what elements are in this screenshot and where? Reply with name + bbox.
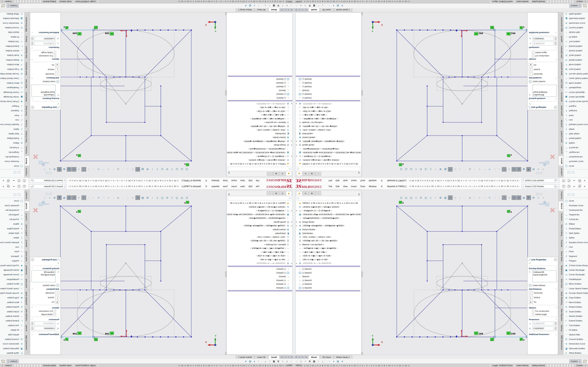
headsup-button[interactable]: ▯ [428, 195, 433, 200]
headsup-button[interactable]: ◲ [409, 195, 413, 200]
existing-relations-header[interactable]: Existing Relations ⌃ [30, 97, 61, 100]
menu-item[interactable]: View [341, 184, 349, 188]
tree-filter-field[interactable]: ▽ [297, 167, 360, 171]
parameter-field[interactable]: 0.00000000° [34, 326, 55, 330]
flyout-tool[interactable]: ◈ 3 Point Center Recta... [564, 263, 588, 267]
flyout-tool[interactable]: ⊞ Copy Entities [0, 67, 24, 71]
command-tab[interactable]: Sketch [559, 156, 563, 166]
flyout-tool[interactable]: ◖ Partial Ellipse [564, 136, 588, 141]
command-tab[interactable]: Mesh Modeling [25, 290, 29, 307]
flyout-tool[interactable]: ≋ Intersection Curve [0, 342, 24, 346]
tree-row[interactable]: ∟ ○ИΝ∘⊝∘⊛◉○∘○◉⊛∘⊝∘ΝИ○ [227, 106, 293, 109]
minimize-button[interactable] [12, 179, 16, 183]
flyout-tool[interactable]: ƒ Equation Driven Curve [0, 240, 24, 245]
existing-relations-header[interactable]: Existing Relations ⌃ [527, 97, 558, 100]
flyout-tool[interactable]: ∫ Spline [0, 235, 24, 240]
help-button[interactable]: ? [17, 179, 21, 183]
units-book-icon[interactable] [583, 4, 587, 7]
restore-button[interactable] [6, 179, 11, 183]
featuremanager-tab[interactable]: ⋔ [279, 172, 285, 176]
units-book-icon[interactable] [1, 4, 5, 7]
flyout-tool[interactable]: ◯ Circle [564, 199, 588, 203]
close-button[interactable]: × [582, 179, 587, 183]
sketch-row[interactable]: ∟ (-) Sketch5 [295, 278, 361, 282]
flyout-tool[interactable]: ∫ Spline [564, 127, 588, 131]
headsup-button[interactable]: ⊟ [419, 195, 423, 200]
tree-row[interactable]: Σ ○Ƨ5ИΝ◉∘⊕А∩ЗЄ○∘○ЗЄ∩А⊕∘◉ΝИƧ5○ [295, 125, 361, 128]
command-tab[interactable]: MBD Dimensions [559, 334, 563, 352]
ok-checkmark-icon[interactable]: ✓ [527, 102, 558, 106]
relation-button-icon[interactable]: │ [55, 68, 59, 71]
search-box[interactable]: ◇ Search CAD Models ▾ [29, 178, 66, 183]
tree-row[interactable]: ≣ Material < not specified > [295, 243, 361, 247]
display-tool-button[interactable]: ↻ [268, 359, 271, 363]
relations-list[interactable]: Collinear108Equal length109 [532, 270, 556, 282]
add-relation-row[interactable]: ─ Horizontal [527, 72, 558, 76]
headsup-button[interactable]: ⊙ [67, 167, 71, 172]
flyout-tool[interactable]: ◪ Silhouette Entities [564, 346, 588, 351]
menu-item[interactable]: Window [210, 179, 221, 183]
headsup-button[interactable]: ∕ [473, 195, 477, 200]
expand-arrow-icon[interactable]: ▶ [290, 156, 292, 157]
relation-item[interactable]: Equal length109 [533, 274, 556, 276]
rollback-bar-end[interactable] [228, 290, 292, 291]
headsup-button[interactable]: ◑ [77, 167, 81, 172]
command-tab[interactable]: Mesh Modeling [25, 60, 29, 77]
status-custom-dropdown[interactable]: Custom▴ [574, 0, 588, 3]
custom-view-dropdown[interactable]: Custom▴ [7, 4, 19, 8]
option-row[interactable]: Infinite length [527, 51, 558, 54]
display-tool-button[interactable]: ◕ [252, 359, 256, 363]
search-box[interactable]: ◇ Search CAD Models ▾ [522, 178, 559, 183]
document-tab[interactable]: Motion Study 1 [334, 8, 353, 12]
tree-row[interactable]: ▶ A ○Ƨ5ИΝ◉∘⊕А⊕◉ИΝА○∘○АΝИ◉⊕А⊕∘◉ΝИƧ5○ [295, 140, 361, 143]
menu-item[interactable]: Edit [247, 184, 254, 188]
headsup-button[interactable]: ⊞ [145, 195, 150, 200]
menu-item[interactable]: Insert [349, 184, 358, 188]
spinner[interactable]: ▲▼ [554, 322, 557, 325]
headsup-button[interactable]: ⊙ [517, 195, 521, 200]
headsup-button[interactable]: ▾ [541, 195, 546, 200]
expand-arrow-icon[interactable]: ▶ [296, 156, 298, 157]
flyout-tool[interactable]: ◔ Centerpoint Arc [564, 155, 588, 159]
flyout-tool[interactable]: ◔ Centerpoint Arc [0, 155, 24, 159]
rollback-bar-end[interactable] [296, 290, 360, 291]
headsup-button[interactable]: ⊣ [492, 167, 497, 172]
headsup-button[interactable]: ▨ [140, 195, 145, 200]
add-relations-header[interactable]: Add Relations ⌃ [30, 287, 61, 291]
sketch-row[interactable]: ∟ (-) Sketch6 [295, 77, 361, 81]
display-tool-button[interactable]: ∟ [263, 359, 267, 363]
headsup-button[interactable]: ◠ [101, 167, 106, 172]
document-tab[interactable]: Motion Study 1 [236, 355, 254, 359]
command-tab[interactable]: Data Migration [25, 307, 29, 323]
command-tab-overflow[interactable]: : [25, 12, 29, 15]
headsup-button[interactable]: ⊞ [531, 167, 536, 172]
flyout-tool[interactable]: × Trim Entities [564, 323, 588, 328]
headsup-button[interactable]: ▯ [155, 195, 160, 200]
headsup-button[interactable]: ◱ [404, 195, 408, 200]
panel-expand-chevron-icon[interactable]: ❯ [227, 172, 231, 174]
headsup-button[interactable]: ↩ [135, 167, 140, 172]
flyout-tool[interactable]: ◫ Mirror Entities [0, 81, 24, 85]
options-header[interactable]: Options ⌃ [30, 58, 61, 61]
tree-row[interactable]: ◆ Surface Bodies [295, 228, 361, 232]
flyout-tool[interactable]: ◈ 3 Point Center Recta... [564, 99, 588, 104]
flyout-tool[interactable]: ↗ Move Entities [564, 300, 588, 305]
menu-item[interactable]: Insert [230, 179, 239, 183]
relation-item[interactable]: Collinear108 [32, 271, 55, 274]
panel-splitter[interactable] [225, 13, 227, 177]
additional-parameters-header[interactable]: Additional Parameters ⌄ [527, 31, 558, 35]
display-tool-button[interactable]: ∕ [303, 4, 307, 8]
command-tab[interactable]: Sheet Metal [559, 104, 563, 118]
flyout-tool[interactable]: ⊜ Ellipse [564, 222, 588, 226]
tree-row[interactable]: ★ ○Ƨ5ЗЄ⊕∘⊛◉ΛА ΦΌ∘○ ΦАΛ◉⊛∘⊕ЗЄƧ5○ [227, 205, 293, 209]
flyout-tool[interactable]: ▪ Point [564, 113, 588, 118]
relation-button-icon[interactable]: ψ [529, 300, 533, 304]
command-tab[interactable]: Sheet Metal [559, 249, 563, 263]
flyout-tool[interactable]: ◠ 3 Point Arc [564, 217, 588, 222]
spinner[interactable]: ▲▼ [554, 326, 557, 330]
display-tool-button[interactable]: ∕ [281, 359, 285, 363]
relation-button-icon[interactable]: ─ [55, 291, 59, 295]
sketch-row[interactable]: ∟ (-) Sketch1 [295, 267, 361, 271]
tree-row[interactable]: ◆ TЯPDL2. ⊙ ЗЄ ⊙ Ш ⊙ ⊙ ⊙ ⊕ ⊙ ЭС ⊙ ЗЄ ⊙ ∔… [227, 201, 293, 205]
flyout-tool[interactable]: ⊞ Copy Entities [0, 295, 24, 300]
